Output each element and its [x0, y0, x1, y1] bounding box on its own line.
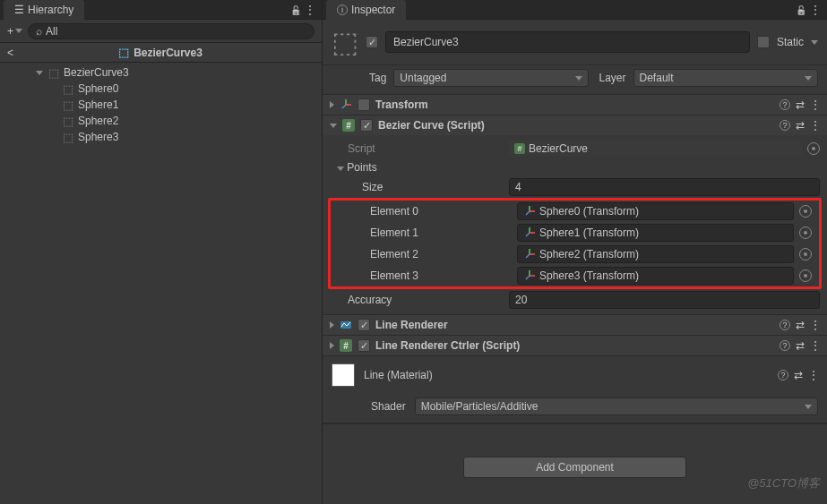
back-button[interactable]: < — [7, 47, 13, 59]
transform-icon — [523, 226, 536, 239]
svg-line-2 — [342, 105, 346, 108]
element-field[interactable]: Sphere2 (Transform) — [517, 245, 794, 263]
gameobject-icon: ⬚ — [61, 82, 74, 96]
tree-item-child[interactable]: ⬚ Sphere0 — [0, 81, 322, 97]
hierarchy-panel: ☰ Hierarchy ⋮ + ⌕ All < ⬚ BezierCurve3 ⬚ — [0, 0, 323, 504]
tag-dropdown[interactable]: Untagged — [393, 69, 588, 87]
preset-icon[interactable]: ⇄ — [796, 319, 805, 331]
static-checkbox[interactable] — [757, 36, 770, 48]
static-dropdown-icon[interactable] — [811, 40, 818, 45]
size-label: Size — [330, 181, 509, 193]
shader-value: Mobile/Particles/Additive — [421, 400, 538, 413]
context-menu-icon[interactable]: ⋮ — [808, 369, 818, 381]
line-renderer-header[interactable]: Line Renderer ? ⇄ ⋮ — [323, 315, 827, 335]
gameobject-icon: ⬚ — [61, 98, 74, 112]
lock-icon[interactable] — [796, 4, 806, 16]
watermark: @51CTO博客 — [747, 475, 820, 491]
help-icon[interactable]: ? — [780, 340, 790, 351]
material-title: Line (Material) — [364, 369, 433, 381]
transform-title: Transform — [375, 98, 774, 111]
points-property-row: Points — [323, 158, 827, 176]
tree-item-label: Sphere2 — [78, 115, 118, 127]
object-header: ⬚ Static — [323, 20, 827, 65]
enabled-checkbox[interactable] — [358, 319, 370, 331]
scene-nav-row: < ⬚ BezierCurve3 — [0, 43, 322, 63]
tree-item-child[interactable]: ⬚ Sphere2 — [0, 113, 322, 129]
context-menu-icon[interactable]: ⋮ — [810, 119, 820, 132]
scene-name-label: BezierCurve3 — [134, 47, 202, 59]
plus-icon: + — [7, 25, 13, 38]
help-icon[interactable]: ? — [780, 120, 790, 131]
tree-item-child[interactable]: ⬚ Sphere3 — [0, 129, 322, 145]
help-icon[interactable]: ? — [780, 320, 790, 330]
element-label: Element 3 — [338, 269, 517, 282]
expand-arrow-icon[interactable] — [337, 167, 344, 171]
tree-item-label: Sphere1 — [78, 98, 118, 111]
transform-icon — [523, 248, 536, 261]
element-row: Element 2 Sphere2 (Transform) — [331, 243, 819, 265]
create-button[interactable]: + — [7, 25, 22, 38]
active-checkbox[interactable] — [366, 36, 378, 48]
transform-component: Transform ? ⇄ ⋮ — [323, 95, 827, 115]
hierarchy-icon: ☰ — [14, 4, 24, 16]
object-picker-icon[interactable] — [799, 248, 812, 261]
line-renderer-ctrler-header[interactable]: # Line Renderer Ctrler (Script) ? ⇄ ⋮ — [323, 336, 827, 355]
tree-item-label: Sphere3 — [78, 131, 118, 143]
object-picker-icon[interactable] — [799, 205, 812, 218]
lock-icon[interactable] — [290, 4, 301, 16]
hierarchy-search-input[interactable]: ⌕ All — [28, 23, 314, 39]
preset-icon[interactable]: ⇄ — [794, 369, 803, 381]
layer-dropdown[interactable]: Default — [633, 69, 818, 87]
size-input[interactable] — [509, 178, 820, 196]
preset-icon[interactable]: ⇄ — [796, 119, 805, 132]
accuracy-input[interactable] — [509, 291, 820, 309]
dropdown-arrow-icon — [805, 76, 812, 81]
shader-dropdown[interactable]: Mobile/Particles/Additive — [415, 397, 818, 415]
context-menu-icon[interactable]: ⋮ — [810, 319, 820, 331]
context-menu-icon[interactable]: ⋮ — [810, 339, 820, 352]
material-header[interactable]: Line (Material) ? ⇄ ⋮ — [323, 356, 827, 394]
hierarchy-tab-label: Hierarchy — [28, 4, 73, 16]
element-row: Element 3 Sphere3 (Transform) — [331, 265, 819, 286]
info-icon: i — [337, 4, 348, 15]
help-icon[interactable]: ? — [778, 370, 788, 380]
bezier-curve-header[interactable]: # Bezier Curve (Script) ? ⇄ ⋮ — [323, 115, 827, 135]
expand-arrow-icon[interactable] — [330, 342, 334, 349]
add-component-button[interactable]: Add Component — [463, 457, 686, 478]
element-label: Element 1 — [338, 226, 517, 239]
help-icon[interactable]: ? — [780, 99, 790, 110]
expand-arrow-icon[interactable] — [330, 321, 334, 329]
context-menu-icon[interactable]: ⋮ — [305, 4, 314, 16]
expand-arrow-icon[interactable] — [330, 124, 337, 128]
tree-item-child[interactable]: ⬚ Sphere1 — [0, 97, 322, 113]
hierarchy-tab-bar: ☰ Hierarchy ⋮ — [0, 0, 322, 20]
dropdown-arrow-icon — [805, 405, 812, 409]
element-label: Element 0 — [338, 205, 517, 218]
object-picker-icon[interactable] — [799, 269, 812, 282]
transform-icon — [340, 98, 352, 111]
enabled-checkbox[interactable] — [358, 339, 370, 352]
expand-arrow-icon[interactable] — [36, 71, 43, 75]
tree-item-root[interactable]: ⬚ BezierCurve3 — [0, 64, 322, 81]
hierarchy-tab[interactable]: ☰ Hierarchy — [4, 0, 84, 20]
element-field[interactable]: Sphere1 (Transform) — [517, 224, 794, 242]
element-field[interactable]: Sphere0 (Transform) — [517, 202, 794, 220]
enabled-checkbox[interactable] — [360, 119, 373, 132]
script-icon: # — [514, 143, 525, 154]
context-menu-icon[interactable]: ⋮ — [810, 4, 820, 16]
scene-icon: ⬚ — [116, 46, 130, 59]
object-picker-icon[interactable] — [807, 142, 820, 155]
transform-header[interactable]: Transform ? ⇄ ⋮ — [323, 95, 827, 115]
scene-title[interactable]: ⬚ BezierCurve3 — [21, 46, 298, 59]
line-renderer-ctrler-component: # Line Renderer Ctrler (Script) ? ⇄ ⋮ — [323, 336, 827, 356]
object-picker-icon[interactable] — [799, 226, 812, 239]
context-menu-icon[interactable]: ⋮ — [810, 98, 820, 111]
preset-icon[interactable]: ⇄ — [796, 339, 805, 352]
material-preview[interactable] — [332, 363, 355, 387]
inspector-tab[interactable]: i Inspector — [326, 0, 406, 20]
preset-icon[interactable]: ⇄ — [796, 98, 805, 111]
gameobject-icon[interactable]: ⬚ — [332, 25, 358, 59]
expand-arrow-icon[interactable] — [330, 101, 334, 108]
object-name-input[interactable] — [385, 31, 750, 53]
element-field[interactable]: Sphere3 (Transform) — [517, 267, 794, 285]
